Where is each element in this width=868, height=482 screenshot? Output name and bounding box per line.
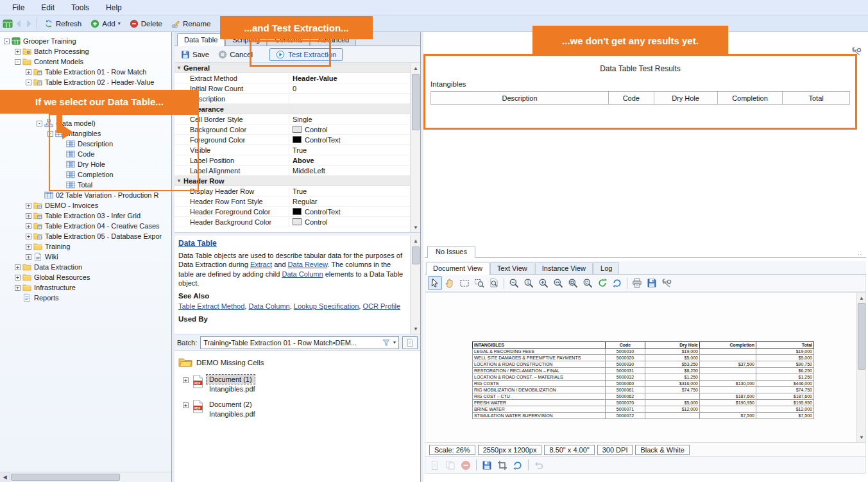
help-link-extract[interactable]: Extract: [250, 261, 272, 268]
property-row-background-color[interactable]: Background ColorControl: [174, 125, 410, 135]
tree-item-global-resources[interactable]: +Global Resources: [0, 272, 171, 282]
select-region-button[interactable]: [457, 276, 472, 290]
cancel-button[interactable]: Cancel: [216, 49, 255, 60]
save-image-button[interactable]: [480, 458, 494, 472]
print-button[interactable]: [630, 276, 644, 290]
scroll-down-button[interactable]: ▼: [411, 222, 420, 232]
tab-no-issues[interactable]: No Issues: [427, 246, 475, 258]
tree-expander-icon[interactable]: -: [26, 80, 31, 85]
tree-item-table-extraction-04-creative-cases[interactable]: +Table Extraction 04 - Creative Cases: [0, 221, 171, 231]
tree-item-table-extraction-01-row-match[interactable]: +Table Extraction 01 - Row Match: [0, 67, 171, 77]
property-row-header-foreground-color[interactable]: Header Foreground ColorControlText: [174, 207, 410, 217]
tree-expander-icon[interactable]: +: [15, 264, 21, 270]
scroll-thumb[interactable]: [412, 246, 420, 264]
add-button[interactable]: Add ▾: [87, 18, 124, 30]
property-row-description[interactable]: Description: [174, 94, 410, 104]
property-row-label-alignment[interactable]: Label AlignmentMiddleLeft: [174, 166, 410, 176]
batch-root-folder[interactable]: DEMO Missing Cells: [174, 351, 420, 368]
tree-expander-icon[interactable]: +: [183, 402, 189, 408]
property-row-initial-row-count[interactable]: Initial Row Count0: [174, 83, 410, 94]
tree-expander-icon[interactable]: +: [15, 49, 21, 55]
tree-item-grooper-training[interactable]: -Grooper Training: [0, 36, 171, 46]
zoom-fit-width-button[interactable]: [551, 276, 565, 290]
select-tool-button[interactable]: [428, 276, 442, 290]
tab-document-view[interactable]: Document View: [426, 262, 489, 275]
batch-document-title[interactable]: Document (1): [207, 375, 255, 384]
crop-button[interactable]: [495, 458, 509, 472]
results-column-description[interactable]: Description: [431, 92, 609, 104]
tree-item-demo-invoices[interactable]: +DEMO - Invoices: [0, 200, 171, 211]
property-row-cell-border-style[interactable]: Cell Border StyleSingle: [174, 114, 410, 125]
tree-item-data-extraction[interactable]: +Data Extraction: [0, 262, 171, 272]
tab-data-table[interactable]: Data Table: [177, 33, 225, 46]
results-column-total[interactable]: Total: [783, 92, 849, 104]
zoom-region-button[interactable]: [472, 276, 486, 290]
scroll-down-button[interactable]: ▼: [411, 323, 420, 334]
save-button[interactable]: Save: [178, 49, 212, 60]
scroll-up-button[interactable]: ▲: [411, 236, 420, 246]
tab-text-view[interactable]: Text View: [490, 262, 534, 274]
tree-expander-icon[interactable]: +: [26, 254, 31, 260]
property-row-header-background-color[interactable]: Header Background ColorControl: [174, 217, 410, 227]
tab-instance-view[interactable]: Instance View: [535, 262, 593, 274]
property-row-display-header-row[interactable]: Display Header RowTrue: [174, 186, 410, 196]
zoom-in-button[interactable]: [536, 276, 550, 290]
menu-help[interactable]: Help: [98, 1, 130, 14]
rotate-page-button[interactable]: [511, 458, 525, 472]
batch-selector[interactable]: Training•Table Extraction 01 - Row Match…: [200, 336, 399, 349]
tree-expander-icon[interactable]: -: [47, 131, 53, 137]
tree-item-infrastructure[interactable]: +Infrastructure: [0, 282, 171, 293]
batch-document-2[interactable]: +PDFDocument (2)Intangibles.pdf: [183, 400, 420, 418]
tree-expander-icon[interactable]: -: [15, 59, 21, 65]
image-settings-button[interactable]: [660, 276, 674, 290]
property-row-extract-method[interactable]: Extract MethodHeader-Value: [174, 73, 410, 83]
tree-item-training[interactable]: +Training: [0, 241, 171, 252]
scroll-up-button[interactable]: ▲: [411, 63, 420, 73]
help-link-data-review[interactable]: Data Review: [288, 261, 328, 268]
tree-item-dry-hole[interactable]: Dry Hole: [0, 159, 171, 169]
tree-item-02-table-variation-production-r[interactable]: 02 Table Variation - Production R: [0, 190, 171, 200]
tree-item-batch-processing[interactable]: +Batch Processing: [0, 46, 171, 56]
tree-item-content-models[interactable]: -Content Models: [0, 56, 171, 67]
batch-document-button[interactable]: [402, 336, 418, 349]
results-column-dry-hole[interactable]: Dry Hole: [654, 92, 718, 104]
batch-document-1[interactable]: +PDFDocument (1)Intangibles.pdf: [183, 375, 420, 393]
tree-item-code[interactable]: Code: [0, 149, 171, 159]
property-row-foreground-color[interactable]: Foreground ColorControlText: [174, 135, 410, 145]
scroll-down-button[interactable]: ▼: [856, 432, 866, 442]
property-row-header-row-font-style[interactable]: Header Row Font StyleRegular: [174, 196, 410, 207]
zoom-fit-page-button[interactable]: [566, 276, 580, 290]
tree-item-table-extraction-05-database-expor[interactable]: +Table Extraction 05 - Database Expor: [0, 231, 171, 241]
tree-item-table-extraction-03-infer-grid[interactable]: +Table Extraction 03 - Infer Grid: [0, 211, 171, 221]
see-also-link-data-column[interactable]: Data Column: [248, 302, 289, 310]
tree-expander-icon[interactable]: +: [26, 213, 31, 219]
property-section-general[interactable]: ▾General: [174, 63, 410, 73]
page-preview-button[interactable]: [487, 276, 501, 290]
refresh-button[interactable]: Refresh: [40, 18, 85, 30]
zoom-selection-button[interactable]: [581, 276, 595, 290]
menu-edit[interactable]: Edit: [33, 1, 63, 14]
tree-expander-icon[interactable]: +: [26, 234, 31, 239]
property-row-visible[interactable]: VisibleTrue: [174, 145, 410, 155]
tree-item-intangibles[interactable]: -Intangibles: [0, 128, 171, 139]
see-also-link-ocr-profile[interactable]: OCR Profile: [362, 302, 400, 310]
tree-expander-icon[interactable]: +: [183, 377, 189, 383]
results-column-completion[interactable]: Completion: [718, 92, 783, 104]
rotate-view-button[interactable]: [610, 276, 624, 290]
tree-item-data-model[interactable]: -(data model): [0, 118, 171, 128]
tree-item-description[interactable]: Description: [0, 139, 171, 149]
tree-expander-icon[interactable]: +: [15, 275, 21, 280]
menu-file[interactable]: File: [4, 1, 33, 14]
property-row-label-position[interactable]: Label PositionAbove: [174, 155, 410, 166]
tab-log[interactable]: Log: [593, 262, 619, 274]
export-button[interactable]: [645, 276, 659, 290]
scroll-thumb[interactable]: [412, 74, 420, 130]
batch-document-title[interactable]: Document (2): [207, 400, 255, 409]
results-column-code[interactable]: Code: [609, 92, 654, 104]
scroll-thumb[interactable]: [858, 303, 865, 370]
document-page[interactable]: INTANGIBLESCodeDry HoleCompletionTotalLE…: [425, 292, 866, 443]
tree-expander-icon[interactable]: -: [4, 39, 10, 44]
property-section-appearance[interactable]: ▾Appearance: [174, 104, 410, 114]
scroll-thumb[interactable]: [11, 474, 120, 481]
zoom-actual-button[interactable]: 1: [522, 276, 536, 290]
